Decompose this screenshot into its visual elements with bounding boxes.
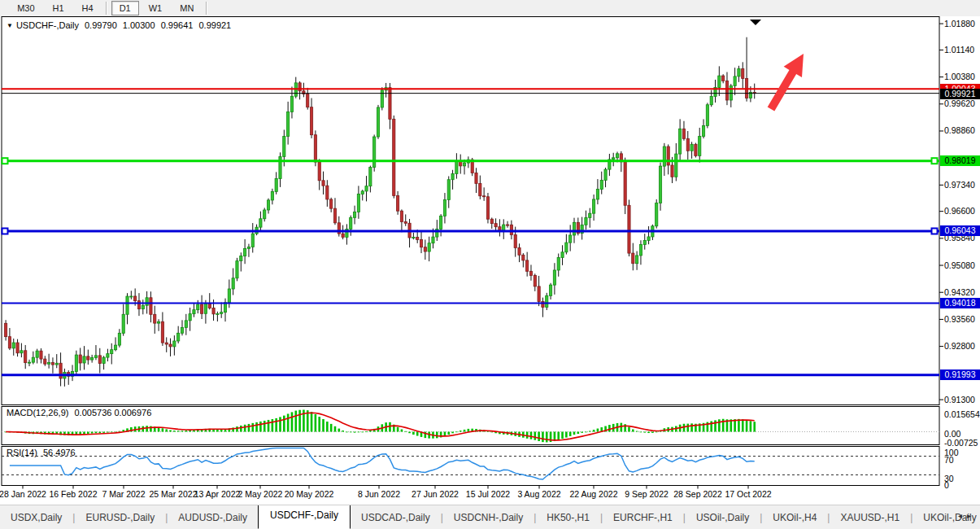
quote-high: 1.00300 [123, 20, 155, 30]
symbol-tab-ukoilh4[interactable]: UKOil-,H4 [762, 508, 827, 527]
quote-open: 0.99790 [85, 20, 117, 30]
symbol-tab-usoildaily[interactable]: USOil-,Daily [686, 508, 760, 527]
timeframe-button-d1[interactable]: D1 [111, 1, 139, 15]
support-line-price-badge: 0.96043 [940, 225, 980, 236]
line-handle[interactable] [2, 228, 8, 234]
price-tick-label: 0.95080 [944, 261, 975, 270]
date-tick-label: 3 Aug 2022 [517, 489, 560, 499]
price-tick-label: 0.91300 [944, 396, 975, 404]
symbol-tab-usdcnhdaily[interactable]: USDCNH-,Daily [443, 508, 534, 527]
mt4-terminal-window: 5M30H1H4D1W1MN ▼USDCHF-,Daily 0.99790 1.… [0, 0, 980, 529]
date-tick-label: 16 Feb 2022 [50, 489, 98, 499]
price-tick-label: 0.93560 [944, 315, 975, 324]
date-tick-label: 9 Sep 2022 [625, 489, 669, 499]
tab-scroll-left-icon[interactable]: ◂ [958, 511, 967, 520]
macd-axis-label: -0.00725 [944, 439, 978, 448]
date-tick-label: 27 Jun 2022 [412, 489, 459, 499]
support-line-price-badge: 0.91993 [940, 369, 980, 380]
price-tick-label: 1.01880 [944, 20, 975, 28]
symbol-tab-eurchfh1[interactable]: EURCHF-,H1 [603, 508, 683, 527]
date-tick-label: 28 Jan 2022 [0, 489, 46, 499]
candlestick-chart-canvas[interactable] [0, 16, 980, 505]
price-tick-label: 0.92800 [944, 342, 975, 351]
symbol-tab-usdxdaily[interactable]: USDX,Daily [0, 508, 72, 527]
macd-label: MACD(12,26,9) 0.005736 0.006976 [7, 408, 155, 418]
price-tick-label: 0.97340 [944, 181, 975, 190]
toolbar-separator [106, 2, 107, 15]
date-tick-label: 13 Apr 2022 [194, 489, 241, 499]
tab-scroll-arrows[interactable]: ◂▸ [958, 511, 976, 520]
date-tick-label: 17 Oct 2022 [725, 489, 771, 499]
rsi-panel-frame [2, 447, 939, 486]
date-tick-label: 8 Jun 2022 [358, 489, 400, 499]
price-tick-label: 1.00380 [944, 72, 975, 81]
price-tick-label: 1.01140 [944, 46, 974, 55]
date-tick-label: 15 Jul 2022 [466, 489, 510, 499]
timeframe-button-h4[interactable]: H4 [74, 1, 102, 15]
macd-name: MACD(12,26,9) [7, 408, 68, 418]
symbol-tab-eurusddaily[interactable]: EURUSD-,Daily [75, 508, 165, 527]
date-tick-label: 25 Mar 2022 [150, 489, 198, 499]
symbol-tab-usdchfdaily[interactable]: USDCHF-,Daily [258, 505, 351, 529]
chart-title: ▼USDCHF-,Daily 0.99790 1.00300 0.99641 0… [7, 20, 234, 30]
price-tick-label: 0.94320 [944, 288, 975, 297]
timeframe-button-5[interactable]: 5 [0, 1, 7, 15]
timeframe-button-mn[interactable]: MN [172, 1, 202, 15]
date-tick-label: 28 Sep 2022 [673, 489, 722, 499]
price-tick-label: 0.99620 [944, 99, 975, 108]
macd-values: 0.005736 0.006976 [74, 408, 151, 418]
line-handle[interactable] [932, 228, 938, 234]
timeframe-button-h1[interactable]: H1 [45, 1, 72, 15]
toolbar-separator [206, 2, 207, 15]
price-tick-label: 0.98860 [944, 126, 975, 135]
symbol-tab-usdcaddaily[interactable]: USDCAD-,Daily [351, 508, 441, 527]
current-bid-price-badge: 0.99921 [940, 89, 980, 99]
chart-area[interactable]: ▼USDCHF-,Daily 0.99790 1.00300 0.99641 0… [0, 16, 980, 505]
timeframe-toolbar: 5M30H1H4D1W1MN [0, 0, 980, 17]
rsi-value: 56.4976 [43, 448, 76, 457]
symbol-tab-bar: USDX,Daily|EURUSD-,Daily|AUDUSD-,DailyUS… [0, 505, 980, 529]
support-line-price-badge: 0.94018 [940, 298, 980, 308]
rsi-axis-label: 70 [944, 456, 954, 465]
timeframe-button-m30[interactable]: M30 [9, 1, 42, 15]
rsi-label: RSI(14) 56.4976 [7, 448, 79, 457]
rsi-axis-label: 0 [944, 481, 949, 490]
timeframe-button-w1[interactable]: W1 [141, 1, 171, 15]
chevron-down-icon[interactable]: ▼ [7, 22, 13, 29]
quote-low: 0.99641 [161, 20, 194, 30]
support-line-price-badge: 0.98019 [940, 155, 980, 166]
date-tick-label: 2 May 2022 [238, 489, 283, 499]
line-handle[interactable] [932, 158, 938, 164]
rsi-name: RSI(14) [7, 448, 37, 457]
symbol-tab-audusddaily[interactable]: AUDUSD-,Daily [168, 508, 258, 527]
symbol-tab-xauusdh1[interactable]: XAUUSD-,H1 [830, 508, 910, 527]
price-tick-label: 0.96600 [944, 207, 975, 216]
tab-scroll-right-icon[interactable]: ▸ [967, 511, 976, 520]
date-tick-label: 20 May 2022 [285, 489, 334, 499]
line-handle[interactable] [2, 158, 8, 164]
date-tick-label: 22 Aug 2022 [570, 489, 618, 499]
chart-symbol-label: USDCHF-,Daily [16, 20, 79, 30]
quote-close: 0.99921 [198, 20, 231, 30]
macd-axis-label: 0.015654 [944, 410, 980, 419]
symbol-tab-hk50h1[interactable]: HK50-,H1 [536, 508, 600, 527]
date-tick-label: 7 Mar 2022 [102, 489, 145, 499]
